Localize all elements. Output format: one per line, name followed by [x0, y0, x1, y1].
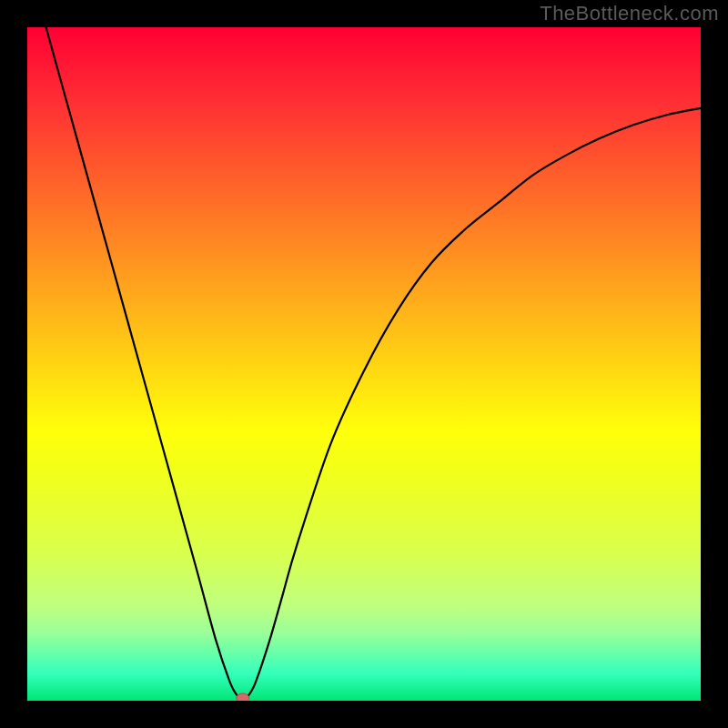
bottleneck-curve — [27, 27, 701, 701]
plot-area — [27, 27, 701, 701]
curve-svg — [27, 27, 701, 701]
watermark-text: TheBottleneck.com — [540, 2, 719, 25]
chart-frame: TheBottleneck.com — [0, 0, 728, 728]
min-marker — [237, 693, 249, 701]
